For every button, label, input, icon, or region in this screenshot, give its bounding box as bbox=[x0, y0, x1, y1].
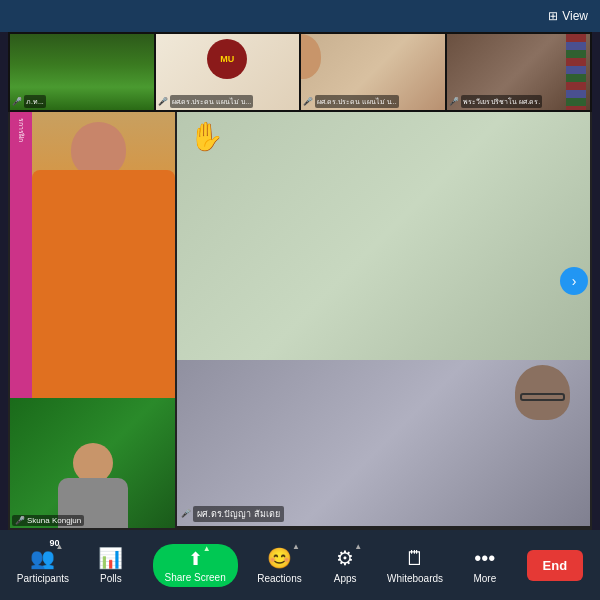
polls-icon: 📊 bbox=[98, 546, 123, 570]
more-label: More bbox=[473, 573, 496, 584]
thumbnail-4[interactable]: 🎤 พระวีเยร ปริชาโน ผศ.ดร. bbox=[447, 34, 591, 110]
apps-label: Apps bbox=[334, 573, 357, 584]
more-icon: ••• bbox=[474, 547, 495, 570]
top-bar: ⊞ View bbox=[0, 0, 600, 32]
right-video-panel[interactable]: ✋ 🎤 ผศ.ดร.ปัญญา ส้มเตย bbox=[177, 112, 590, 526]
reactions-button[interactable]: 😊 ▲ Reactions bbox=[255, 546, 303, 584]
thumbnail-row: 🎤 ภ.ท... MU 🎤 ผศ.ดร.ประดน แผนไม่ บ... 🎤 bbox=[8, 32, 592, 112]
thumb-3-label: ผศ.ดร.ประดน แผนไม่ บ... bbox=[315, 95, 399, 108]
share-screen-label: Share Screen bbox=[165, 572, 226, 583]
whiteboards-icon: 🗒 bbox=[405, 547, 425, 570]
right-video-bottom: 🎤 ผศ.ดร.ปัญญา ส้มเตย bbox=[177, 360, 590, 526]
local-video-label: 🎤 Skuna Kongjun bbox=[12, 515, 84, 526]
monk-head bbox=[71, 122, 126, 177]
apps-button[interactable]: ⚙ ▲ Apps bbox=[321, 546, 369, 584]
view-label: View bbox=[562, 9, 588, 23]
hand-raise-emoji: ✋ bbox=[189, 120, 224, 153]
thumbnail-2[interactable]: MU 🎤 ผศ.ดร.ประดน แผนไม่ บ... bbox=[156, 34, 300, 110]
whiteboards-button[interactable]: 🗒 Whiteboards bbox=[387, 547, 443, 584]
local-name: Skuna Kongjun bbox=[27, 516, 81, 525]
view-button[interactable]: ⊞ View bbox=[548, 9, 588, 23]
participants-button[interactable]: 👥 90 ▲ Participants bbox=[17, 546, 69, 584]
participants-icon: 👥 bbox=[30, 547, 55, 569]
polls-label: Polls bbox=[100, 573, 122, 584]
participants-label: Participants bbox=[17, 573, 69, 584]
grid-icon: ⊞ bbox=[548, 9, 558, 23]
local-video-panel[interactable]: 🎤 Skuna Kongjun bbox=[10, 398, 175, 528]
right-person-head bbox=[515, 365, 570, 420]
end-button[interactable]: End bbox=[527, 550, 584, 581]
whiteboards-label: Whiteboards bbox=[387, 573, 443, 584]
video-area: 🎤 ภ.ท... MU 🎤 ผศ.ดร.ประดน แผนไม่ บ... 🎤 bbox=[8, 32, 592, 530]
thumb-3-face bbox=[301, 34, 321, 79]
share-screen-caret: ▲ bbox=[203, 544, 211, 553]
share-screen-button[interactable]: ⬆ ▲ Share Screen bbox=[153, 544, 238, 587]
reactions-label: Reactions bbox=[257, 573, 301, 584]
thumbnail-1[interactable]: 🎤 ภ.ท... bbox=[10, 34, 154, 110]
more-button[interactable]: ••• More bbox=[461, 547, 509, 584]
mu-logo: MU bbox=[207, 39, 247, 79]
thumb-1-label: ภ.ท... bbox=[24, 95, 46, 108]
reactions-icon: 😊 bbox=[267, 547, 292, 569]
reactions-caret: ▲ bbox=[292, 542, 300, 551]
polls-button[interactable]: 📊 Polls bbox=[87, 546, 135, 584]
apps-caret: ▲ bbox=[354, 542, 362, 551]
right-video-top: ✋ bbox=[177, 112, 590, 360]
thumb-2-label: ผศ.ดร.ประดน แผนไม่ บ... bbox=[170, 95, 254, 108]
thumb-4-label: พระวีเยร ปริชาโน ผศ.ดร. bbox=[461, 95, 543, 108]
share-screen-icon: ⬆ bbox=[188, 549, 203, 569]
right-label: ผศ.ดร.ปัญญา ส้มเตย bbox=[193, 506, 284, 522]
thumbnail-3[interactable]: 🎤 ผศ.ดร.ประดน แผนไม่ บ... bbox=[301, 34, 445, 110]
participants-caret: ▲ bbox=[56, 542, 64, 551]
next-thumbnail-button[interactable]: › bbox=[560, 267, 588, 295]
toolbar: 👥 90 ▲ Participants 📊 Polls ⬆ ▲ Share Sc… bbox=[0, 530, 600, 600]
left-sidebar-text: รการฝิก bbox=[17, 118, 25, 142]
apps-icon: ⚙ bbox=[336, 547, 354, 569]
